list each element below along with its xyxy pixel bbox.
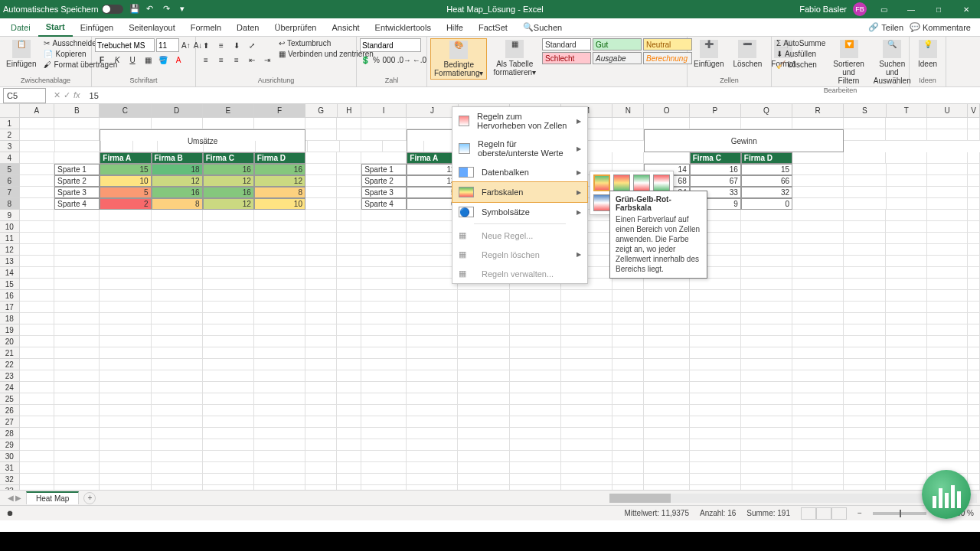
close-icon[interactable]: ✕ xyxy=(956,0,977,18)
colorscale-gwr[interactable] xyxy=(633,174,650,191)
style-gut[interactable]: Gut xyxy=(593,38,642,51)
font-size-select[interactable] xyxy=(156,38,179,52)
currency-icon[interactable]: 💲 xyxy=(360,53,371,67)
tab-start[interactable]: Start xyxy=(38,18,73,37)
fill-color-icon[interactable]: 🪣 xyxy=(156,53,170,67)
format-as-table-button[interactable]: ▦Als Tabelleformatieren▾ xyxy=(490,38,539,78)
clear-button[interactable]: 🧹 Löschen xyxy=(775,60,827,70)
tab-review[interactable]: Überprüfen xyxy=(266,18,324,37)
name-box[interactable]: C5 xyxy=(3,88,46,103)
tab-formulas[interactable]: Formeln xyxy=(183,18,229,37)
col-header[interactable]: E xyxy=(203,104,254,117)
fill-button[interactable]: ⬇ Ausfüllen xyxy=(775,49,827,59)
col-header[interactable]: I xyxy=(361,104,407,117)
col-header[interactable]: U xyxy=(927,104,968,117)
font-name-select[interactable] xyxy=(95,38,155,52)
tab-dev[interactable]: Entwicklertools xyxy=(368,18,439,37)
dec-inc-icon[interactable]: .0→ xyxy=(397,53,411,67)
menu-color-scales[interactable]: Farbskalen▶ xyxy=(452,181,588,203)
align-middle-icon[interactable]: ≡ xyxy=(214,38,228,52)
font-color-icon[interactable]: A xyxy=(172,53,185,67)
tab-layout[interactable]: Seitenlayout xyxy=(121,18,183,37)
menu-new-rule[interactable]: ▦Neue Regel... xyxy=(452,226,587,245)
indent-dec-icon[interactable]: ⇤ xyxy=(245,53,259,67)
zoom-out-icon[interactable]: − xyxy=(858,509,862,517)
view-pagebreak-icon[interactable] xyxy=(831,507,847,520)
ribbon-options-icon[interactable]: ▭ xyxy=(873,0,894,18)
avatar[interactable]: FB xyxy=(853,2,867,16)
border-icon[interactable]: ▦ xyxy=(141,53,155,67)
align-top-icon[interactable]: ⬆ xyxy=(199,38,213,52)
share-button[interactable]: 🔗Teilen xyxy=(868,22,903,32)
zoom-slider[interactable] xyxy=(873,512,926,515)
col-header[interactable]: N xyxy=(612,104,644,117)
col-header[interactable]: T xyxy=(887,104,927,117)
style-berechnung[interactable]: Berechnung xyxy=(643,52,692,64)
sort-filter-button[interactable]: 🔽Sortieren und Filtern xyxy=(830,38,867,86)
dec-dec-icon[interactable]: ←.0 xyxy=(413,53,426,67)
colorscale-rwg[interactable] xyxy=(653,174,670,191)
menu-data-bars[interactable]: Datenbalken▶ xyxy=(452,162,587,182)
number-format-select[interactable] xyxy=(360,38,421,52)
italic-icon[interactable]: K xyxy=(110,53,124,67)
tab-factset[interactable]: FactSet xyxy=(471,18,515,37)
tab-insert[interactable]: Einfügen xyxy=(73,18,121,37)
tab-help[interactable]: Hilfe xyxy=(439,18,471,37)
tab-data[interactable]: Daten xyxy=(229,18,266,37)
ideas-button[interactable]: 💡Ideen xyxy=(913,38,942,70)
col-header[interactable]: A xyxy=(20,104,54,117)
comma-icon[interactable]: 000 xyxy=(382,53,396,67)
comments-button[interactable]: 💬Kommentare xyxy=(910,22,971,32)
col-header[interactable]: G xyxy=(305,104,337,117)
increase-font-icon[interactable]: A↑ xyxy=(181,38,191,52)
sheet-next-icon[interactable]: ▶ xyxy=(15,494,21,502)
col-header[interactable]: B xyxy=(54,104,100,117)
align-left-icon[interactable]: ≡ xyxy=(199,53,213,67)
autosum-button[interactable]: Σ AutoSumme xyxy=(775,38,827,48)
record-macro-icon[interactable]: ⏺ xyxy=(6,509,14,517)
maximize-icon[interactable]: □ xyxy=(928,0,949,18)
accept-formula-icon[interactable]: ✓ xyxy=(64,90,70,100)
bold-icon[interactable]: F xyxy=(95,53,109,67)
col-header[interactable]: D xyxy=(152,104,203,117)
col-header[interactable]: H xyxy=(338,104,362,117)
align-right-icon[interactable]: ≡ xyxy=(230,53,243,67)
paste-button[interactable]: 📋Einfügen xyxy=(3,38,39,70)
menu-highlight-rules[interactable]: Regeln zum Hervorheben von Zellen▶ xyxy=(452,107,587,135)
sheet-tab-active[interactable]: Heat Map xyxy=(26,491,79,504)
style-schlecht[interactable]: Schlecht xyxy=(542,52,591,64)
find-select-button[interactable]: 🔍Suchen und Auswählen xyxy=(871,38,914,86)
save-icon[interactable]: 💾 xyxy=(129,4,140,15)
indent-inc-icon[interactable]: ⇥ xyxy=(260,53,274,67)
col-header[interactable]: O xyxy=(644,104,689,117)
view-pagelayout-icon[interactable] xyxy=(816,507,831,520)
qat-more-icon[interactable]: ▾ xyxy=(180,4,191,15)
undo-icon[interactable]: ↶ xyxy=(146,4,157,15)
menu-clear-rules[interactable]: ▦Regeln löschen▶ xyxy=(452,245,587,264)
underline-icon[interactable]: U xyxy=(126,53,139,67)
menu-top-bottom[interactable]: Regeln für oberste/unterste Werte▶ xyxy=(452,135,587,162)
orientation-icon[interactable]: ⤢ xyxy=(245,38,259,52)
add-sheet-button[interactable]: + xyxy=(83,492,96,504)
align-bottom-icon[interactable]: ⬇ xyxy=(230,38,243,52)
col-header[interactable]: J xyxy=(407,104,458,117)
colorscale-ryg[interactable] xyxy=(613,174,630,191)
select-all-corner[interactable] xyxy=(0,104,20,117)
col-header[interactable]: Q xyxy=(741,104,792,117)
col-header[interactable]: C xyxy=(100,104,151,117)
delete-cells-button[interactable]: ➖Löschen xyxy=(730,38,765,70)
col-header[interactable]: V xyxy=(968,104,980,117)
menu-icon-sets[interactable]: 🔵Symbolsätze▶ xyxy=(452,202,587,222)
conditional-format-button[interactable]: 🎨BedingteFormatierung▾ xyxy=(430,38,487,80)
col-header[interactable]: R xyxy=(792,104,844,117)
cancel-formula-icon[interactable]: ✕ xyxy=(54,90,60,100)
percent-icon[interactable]: % xyxy=(372,53,381,67)
insert-cells-button[interactable]: ➕Einfügen xyxy=(691,38,727,70)
align-center-icon[interactable]: ≡ xyxy=(214,53,228,67)
autosave-toggle[interactable]: Automatisches Speichern xyxy=(3,5,123,14)
tab-view[interactable]: Ansicht xyxy=(324,18,367,37)
search-box[interactable]: 🔍 Suchen xyxy=(515,18,570,37)
minimize-icon[interactable]: — xyxy=(900,0,922,18)
colorscale-bwr[interactable] xyxy=(593,194,610,211)
col-header[interactable]: S xyxy=(844,104,886,117)
